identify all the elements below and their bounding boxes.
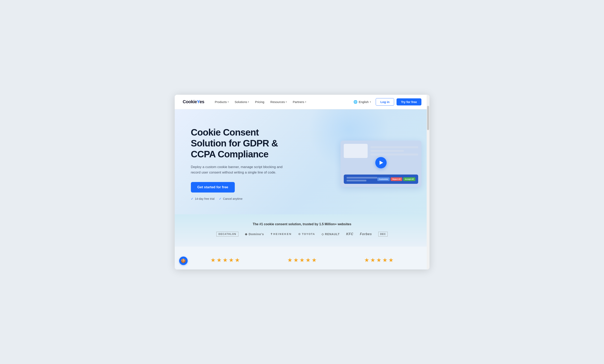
chevron-down-icon: ▾ bbox=[248, 101, 249, 103]
review-col-1: ★ ★ ★ ★ ★ bbox=[211, 257, 240, 263]
reviews-section: ★ ★ ★ ★ ★ ★ ★ ★ ★ ★ ★ ★ ★ ★ ★ bbox=[175, 247, 429, 269]
mockup-top bbox=[344, 144, 418, 158]
check-icon: ✓ bbox=[219, 197, 222, 201]
banner-buttons: Customize Reject All Accept All bbox=[377, 177, 415, 181]
hero-badges: ✓ 14-day free trial ✓ Cancel anytime bbox=[191, 197, 296, 201]
brand-decathlon: DECATHLON bbox=[216, 232, 239, 237]
star-icon: ★ bbox=[305, 257, 311, 263]
star-icon: ★ bbox=[376, 257, 381, 263]
brand-dec: DEC bbox=[378, 232, 388, 237]
browser-window: CookieYes Products ▾ Solutions ▾ Pricing… bbox=[175, 95, 429, 269]
nav-item-pricing[interactable]: Pricing bbox=[252, 98, 267, 105]
star-icon: ★ bbox=[382, 257, 388, 263]
hero-badge-cancel: ✓ Cancel anytime bbox=[219, 197, 243, 201]
hero-illustration: Customize Reject All Accept All bbox=[340, 141, 421, 187]
banner-line bbox=[347, 180, 367, 182]
nav-item-resources[interactable]: Resources ▾ bbox=[268, 98, 289, 105]
star-icon: ★ bbox=[223, 257, 228, 263]
hero-left: Cookie Consent Solution for GDPR & CCPA … bbox=[191, 127, 296, 201]
star-rating-2: ★ ★ ★ ★ ★ bbox=[287, 257, 317, 263]
star-icon: ★ bbox=[216, 257, 222, 263]
star-icon: ★ bbox=[364, 257, 369, 263]
globe-icon: 🌐 bbox=[353, 100, 357, 104]
star-icon: ★ bbox=[235, 257, 240, 263]
review-col-2: ★ ★ ★ ★ ★ bbox=[287, 257, 317, 263]
mockup-line bbox=[370, 150, 404, 152]
star-icon: ★ bbox=[370, 257, 375, 263]
star-icon: ★ bbox=[211, 257, 215, 263]
brand-dominos: ◆ Domino's bbox=[245, 232, 264, 236]
cookie-widget-icon[interactable]: 🍪 bbox=[179, 256, 188, 265]
brand-renault: ◇ RENAULT bbox=[322, 232, 340, 236]
hero-title: Cookie Consent Solution for GDPR & CCPA … bbox=[191, 127, 296, 160]
banner-line bbox=[347, 177, 377, 179]
play-icon bbox=[379, 161, 383, 165]
navbar: CookieYes Products ▾ Solutions ▾ Pricing… bbox=[175, 95, 429, 109]
nav-item-partners[interactable]: Partners ▾ bbox=[290, 98, 309, 105]
nav-right: 🌐 English ▾ Log in Try for free bbox=[351, 98, 421, 106]
brand-heineken: ✝HEINEKEN bbox=[270, 232, 292, 236]
brand-toyota: ⊙ TOYOTA bbox=[298, 232, 315, 236]
star-icon: ★ bbox=[312, 257, 317, 263]
mockup-line bbox=[370, 154, 418, 156]
review-col-3: ★ ★ ★ ★ ★ bbox=[364, 257, 393, 263]
trusted-title: The #1 cookie consent solution, trusted … bbox=[183, 222, 421, 226]
mockup-line bbox=[370, 146, 418, 148]
login-button[interactable]: Log in bbox=[376, 98, 394, 106]
play-button[interactable] bbox=[375, 157, 387, 168]
get-started-button[interactable]: Get started for free bbox=[191, 182, 235, 193]
chevron-down-icon: ▾ bbox=[228, 101, 229, 103]
customize-button[interactable]: Customize bbox=[377, 177, 390, 181]
hero-section: Cookie Consent Solution for GDPR & CCPA … bbox=[175, 109, 429, 214]
star-icon: ★ bbox=[293, 257, 299, 263]
brand-forbes: Forbes bbox=[360, 232, 372, 236]
check-icon: ✓ bbox=[191, 197, 193, 201]
star-rating-1: ★ ★ ★ ★ ★ bbox=[211, 257, 240, 263]
hero-badge-trial: ✓ 14-day free trial bbox=[191, 197, 214, 201]
star-rating-3: ★ ★ ★ ★ ★ bbox=[364, 257, 393, 263]
star-icon: ★ bbox=[300, 257, 304, 263]
nav-item-products[interactable]: Products ▾ bbox=[212, 98, 231, 105]
scrollbar[interactable] bbox=[427, 95, 429, 269]
nav-item-solutions[interactable]: Solutions ▾ bbox=[232, 98, 252, 105]
chevron-down-icon: ▾ bbox=[286, 101, 287, 103]
cookie-banner-mockup: Customize Reject All Accept All bbox=[344, 174, 418, 184]
reject-all-button[interactable]: Reject All bbox=[391, 177, 402, 181]
star-icon: ★ bbox=[287, 257, 292, 263]
chevron-down-icon: ▾ bbox=[305, 101, 306, 103]
language-selector[interactable]: 🌐 English ▾ bbox=[351, 98, 373, 105]
star-icon: ★ bbox=[229, 257, 234, 263]
accept-all-button[interactable]: Accept All bbox=[403, 177, 415, 181]
mockup-image-block bbox=[344, 144, 368, 158]
banner-text-lines bbox=[347, 177, 377, 182]
brand-kfc: KFC bbox=[346, 232, 353, 236]
logo[interactable]: CookieYes bbox=[183, 99, 204, 104]
trusted-section: The #1 cookie consent solution, trusted … bbox=[175, 214, 429, 247]
scrollbar-thumb[interactable] bbox=[427, 106, 429, 130]
mockup-text-lines bbox=[370, 144, 418, 158]
chevron-down-icon: ▾ bbox=[370, 101, 371, 103]
brand-logos: DECATHLON ◆ Domino's ✝HEINEKEN ⊙ TOYOTA … bbox=[183, 232, 421, 237]
hero-description: Deploy a custom cookie banner, manage sc… bbox=[191, 164, 284, 175]
nav-links: Products ▾ Solutions ▾ Pricing Resources… bbox=[212, 98, 351, 105]
star-icon: ★ bbox=[389, 257, 393, 263]
browser-mockup: Customize Reject All Accept All bbox=[340, 141, 421, 187]
try-for-free-button[interactable]: Try for free bbox=[397, 98, 421, 105]
